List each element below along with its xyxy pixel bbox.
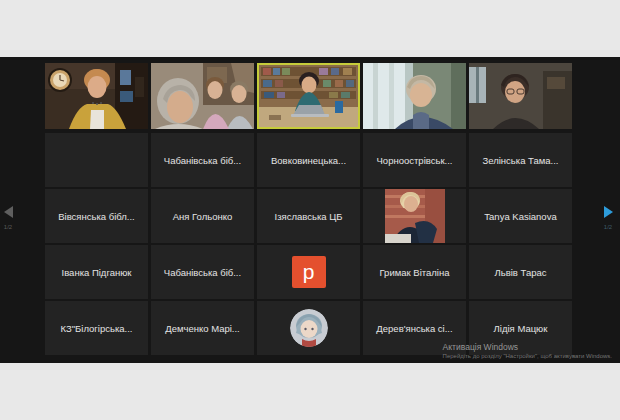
page: Чабанівська біб... Вовковинецька... Чорн… — [0, 0, 620, 420]
video-tile-active-speaker-library[interactable] — [257, 63, 360, 129]
participant-name: Вовковинецька... — [267, 155, 350, 166]
participant-tile-lviv-taras[interactable]: Львів Тарас — [469, 245, 572, 299]
participant-tile-lidiya-matsyuk[interactable]: Лідія Мацюк — [469, 301, 572, 355]
video-feed-4 — [363, 63, 466, 129]
participant-name: Зелінська Тама... — [479, 155, 563, 166]
participant-name: Дерев'янська сі... — [372, 323, 456, 334]
participant-tile-empty[interactable] — [45, 133, 148, 187]
video-feed-1 — [45, 63, 148, 129]
participant-tile-chabanivska-2[interactable]: Чабанівська біб... — [151, 245, 254, 299]
participant-tile-chabanivska[interactable]: Чабанівська біб... — [151, 133, 254, 187]
participant-name: Чабанівська біб... — [160, 155, 245, 166]
video-feed-3 — [259, 65, 358, 127]
participant-tile-vovkovynetska[interactable]: Вовковинецька... — [257, 133, 360, 187]
participant-tile-vivsyanska[interactable]: Вівсянська бібл... — [45, 189, 148, 243]
video-feed-2 — [151, 63, 254, 129]
participant-name: Гримак Віталіна — [376, 267, 454, 278]
participant-tile-tanya-kasianova[interactable]: Tanya Kasianova — [469, 189, 572, 243]
video-feed-5 — [469, 63, 572, 129]
right-arrow-icon — [604, 206, 613, 218]
participant-tile-hrymak-vitalina[interactable]: Гримак Віталіна — [363, 245, 466, 299]
previous-page-button[interactable]: 1/2 — [1, 204, 15, 230]
participant-name: КЗ"Білогірська... — [57, 323, 137, 334]
participant-name: Tanya Kasianova — [480, 211, 560, 222]
participant-tile-derevyanska[interactable]: Дерев'янська сі... — [363, 301, 466, 355]
left-arrow-icon — [4, 206, 13, 218]
participant-name: Демченко Марі... — [161, 323, 244, 334]
video-tile-group-of-women[interactable] — [151, 63, 254, 129]
letter-avatar-p: p — [292, 256, 326, 288]
participant-tile-anya-golonko[interactable]: Аня Гольонко — [151, 189, 254, 243]
video-tile-woman-with-glasses[interactable] — [469, 63, 572, 129]
participant-tile-demchenko[interactable]: Демченко Марі... — [151, 301, 254, 355]
profile-photo-brick-wall — [385, 189, 445, 243]
participant-name: Лідія Мацюк — [490, 323, 552, 334]
participant-name: Аня Гольонко — [169, 211, 237, 222]
participant-tile-letter-avatar[interactable]: p — [257, 245, 360, 299]
participant-tile-izyaslavska[interactable]: Ізяславська ЦБ — [257, 189, 360, 243]
participant-tile-ivanka-pidganyuk[interactable]: Іванка Підганюк — [45, 245, 148, 299]
anime-avatar-image — [290, 309, 328, 347]
next-page-button[interactable]: 1/2 — [601, 204, 615, 230]
round-avatar-anime-character — [290, 309, 328, 347]
participant-tile-chornoostrivska[interactable]: Чорноострівськ... — [363, 133, 466, 187]
conference-window: Чабанівська біб... Вовковинецька... Чорн… — [0, 57, 620, 363]
participant-tile-zelinska[interactable]: Зелінська Тама... — [469, 133, 572, 187]
participant-name: Чорноострівськ... — [373, 155, 457, 166]
page-indicator: 1/2 — [1, 224, 15, 230]
participant-name: Ізяславська ЦБ — [271, 211, 347, 222]
participant-name: Іванка Підганюк — [58, 267, 136, 278]
video-tile-woman-yellow-cardigan[interactable] — [45, 63, 148, 129]
participant-tile-photo-avatar[interactable] — [363, 189, 466, 243]
participant-tile-bilogirska[interactable]: КЗ"Білогірська... — [45, 301, 148, 355]
video-tile-woman-by-window[interactable] — [363, 63, 466, 129]
participant-name: Львів Тарас — [490, 267, 550, 278]
participant-name: Чабанівська біб... — [160, 267, 245, 278]
page-indicator: 1/2 — [601, 224, 615, 230]
participant-name: Вівсянська бібл... — [54, 211, 139, 222]
participant-tile-image-avatar[interactable] — [257, 301, 360, 355]
